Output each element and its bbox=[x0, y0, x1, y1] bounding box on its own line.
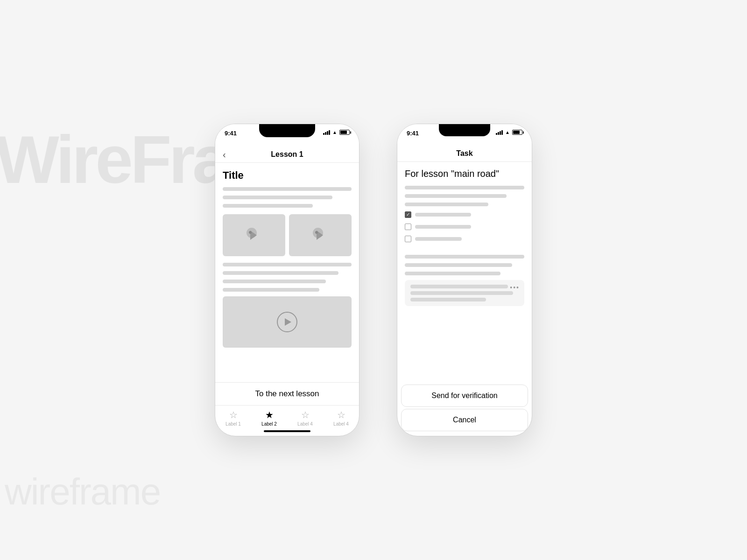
tab-label-2: Label 2 bbox=[261, 421, 277, 427]
task-line-1 bbox=[405, 186, 524, 189]
checkbox-row-2 bbox=[405, 224, 524, 230]
task-signal-icon bbox=[496, 130, 503, 135]
checkbox-label-1 bbox=[415, 213, 471, 217]
tab-label-4: Label 4 bbox=[333, 421, 349, 427]
main-content: 9:41 ▲ ‹ Lesson 1 Title bbox=[0, 0, 747, 560]
task-wifi-icon: ▲ bbox=[505, 130, 510, 135]
text-line-4 bbox=[223, 263, 352, 266]
image-placeholder-1 bbox=[223, 214, 285, 256]
image-placeholder-2 bbox=[289, 214, 352, 256]
tab-2[interactable]: ★ Label 2 bbox=[251, 409, 287, 427]
tab-1[interactable]: ☆ Label 1 bbox=[215, 409, 251, 427]
image-row bbox=[223, 214, 352, 256]
play-icon bbox=[285, 318, 291, 326]
task-line-3 bbox=[405, 203, 488, 206]
task-status-bar: 9:41 ▲ bbox=[397, 124, 532, 147]
phone-body: Title bbox=[215, 163, 359, 382]
image-icon-1 bbox=[246, 227, 262, 244]
tab-star-icon-3: ☆ bbox=[301, 409, 310, 420]
send-verification-button[interactable]: Send for verification bbox=[401, 385, 528, 407]
phone-nav: ‹ Lesson 1 bbox=[215, 147, 359, 163]
tab-4[interactable]: ☆ Label 4 bbox=[323, 409, 359, 427]
cancel-button[interactable]: Cancel bbox=[401, 409, 528, 431]
video-placeholder[interactable] bbox=[223, 296, 352, 348]
phone-lesson: 9:41 ▲ ‹ Lesson 1 Title bbox=[215, 124, 359, 436]
task-line-5 bbox=[405, 263, 512, 267]
task-actions: Send for verification Cancel bbox=[397, 380, 532, 436]
checkbox-3[interactable] bbox=[405, 236, 411, 242]
phone-time: 9:41 bbox=[225, 130, 237, 137]
task-notch bbox=[439, 124, 490, 136]
text-line-2 bbox=[223, 196, 332, 199]
checkbox-label-2 bbox=[415, 225, 471, 229]
text-line-1 bbox=[223, 187, 352, 191]
text-line-6 bbox=[223, 280, 326, 283]
task-battery-icon bbox=[512, 130, 522, 135]
tab-star-icon-4: ☆ bbox=[337, 409, 345, 420]
code-line-2 bbox=[410, 291, 513, 295]
task-status-icons: ▲ bbox=[496, 130, 522, 135]
status-icons: ▲ bbox=[323, 130, 350, 135]
tab-star-icon-2: ★ bbox=[265, 409, 274, 420]
checkbox-2[interactable] bbox=[405, 224, 411, 230]
code-line-3 bbox=[410, 298, 486, 301]
task-body: For lesson "main road" ✓ bbox=[397, 162, 532, 380]
play-button[interactable] bbox=[277, 312, 297, 332]
phone-notch bbox=[259, 124, 315, 137]
task-line-2 bbox=[405, 194, 507, 198]
image-icon-2 bbox=[312, 227, 329, 244]
home-bar bbox=[264, 430, 310, 432]
svg-point-2 bbox=[249, 231, 252, 234]
task-heading: For lesson "main road" bbox=[405, 168, 524, 179]
home-indicator bbox=[215, 427, 359, 436]
next-lesson-button[interactable]: To the next lesson bbox=[215, 382, 359, 405]
task-time: 9:41 bbox=[407, 130, 419, 137]
task-nav-title: Task bbox=[456, 149, 472, 158]
tab-label-1: Label 1 bbox=[226, 421, 241, 427]
wifi-icon: ▲ bbox=[332, 130, 337, 135]
svg-point-5 bbox=[315, 231, 318, 234]
tab-label-3: Label 4 bbox=[297, 421, 313, 427]
checkbox-1[interactable]: ✓ bbox=[405, 211, 411, 218]
code-more-icon[interactable]: ••• bbox=[510, 284, 520, 291]
code-line-1 bbox=[410, 285, 508, 288]
checkbox-row-1: ✓ bbox=[405, 211, 524, 218]
code-block: ••• bbox=[405, 280, 524, 306]
back-button[interactable]: ‹ bbox=[223, 149, 226, 160]
checkbox-row-3 bbox=[405, 236, 524, 242]
tab-star-icon-1: ☆ bbox=[229, 409, 238, 420]
text-line-5 bbox=[223, 271, 338, 275]
task-nav: Task bbox=[397, 147, 532, 162]
task-panel: 9:41 ▲ Task For lesson "main road" bbox=[397, 124, 532, 436]
checkbox-label-3 bbox=[415, 237, 462, 241]
lesson-title: Title bbox=[223, 169, 352, 182]
text-line-7 bbox=[223, 288, 319, 292]
phone-status-bar: 9:41 ▲ bbox=[215, 124, 359, 147]
task-line-6 bbox=[405, 272, 500, 275]
text-line-3 bbox=[223, 204, 313, 208]
tab-3[interactable]: ☆ Label 4 bbox=[287, 409, 323, 427]
nav-title: Lesson 1 bbox=[271, 150, 303, 159]
tab-bar: ☆ Label 1 ★ Label 2 ☆ Label 4 ☆ Label 4 bbox=[215, 405, 359, 427]
task-line-4 bbox=[405, 255, 524, 259]
battery-icon bbox=[339, 130, 350, 135]
signal-icon bbox=[323, 130, 330, 135]
